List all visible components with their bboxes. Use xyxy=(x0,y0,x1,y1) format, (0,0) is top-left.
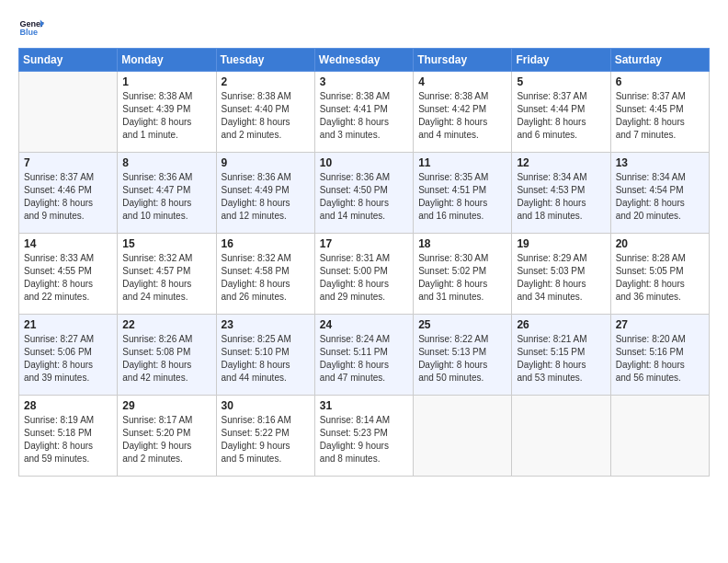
day-cell: 8Sunrise: 8:36 AM Sunset: 4:47 PM Daylig… xyxy=(118,153,216,234)
day-info: Sunrise: 8:32 AM Sunset: 4:58 PM Dayligh… xyxy=(222,252,310,304)
day-info: Sunrise: 8:36 AM Sunset: 4:49 PM Dayligh… xyxy=(222,171,310,223)
header-cell-wednesday: Wednesday xyxy=(314,49,413,72)
day-info: Sunrise: 8:38 AM Sunset: 4:40 PM Dayligh… xyxy=(222,90,310,142)
day-info: Sunrise: 8:24 AM Sunset: 5:11 PM Dayligh… xyxy=(320,333,408,385)
day-number: 13 xyxy=(616,156,704,169)
day-number: 1 xyxy=(122,75,210,88)
day-number: 21 xyxy=(24,318,112,331)
day-info: Sunrise: 8:38 AM Sunset: 4:41 PM Dayligh… xyxy=(320,90,408,142)
day-cell: 16Sunrise: 8:32 AM Sunset: 4:58 PM Dayli… xyxy=(216,234,314,315)
day-info: Sunrise: 8:34 AM Sunset: 4:53 PM Dayligh… xyxy=(517,171,605,223)
day-cell: 13Sunrise: 8:34 AM Sunset: 4:54 PM Dayli… xyxy=(610,153,709,234)
day-number: 28 xyxy=(24,399,112,412)
header-cell-monday: Monday xyxy=(118,49,216,72)
day-info: Sunrise: 8:29 AM Sunset: 5:03 PM Dayligh… xyxy=(517,252,605,304)
day-cell xyxy=(414,396,512,477)
day-cell: 10Sunrise: 8:36 AM Sunset: 4:50 PM Dayli… xyxy=(314,153,413,234)
day-info: Sunrise: 8:22 AM Sunset: 5:13 PM Dayligh… xyxy=(418,333,506,385)
day-cell: 20Sunrise: 8:28 AM Sunset: 5:05 PM Dayli… xyxy=(610,234,709,315)
day-cell: 17Sunrise: 8:31 AM Sunset: 5:00 PM Dayli… xyxy=(314,234,413,315)
day-info: Sunrise: 8:34 AM Sunset: 4:54 PM Dayligh… xyxy=(616,171,704,223)
day-number: 12 xyxy=(517,156,605,169)
day-info: Sunrise: 8:21 AM Sunset: 5:15 PM Dayligh… xyxy=(517,333,605,385)
day-cell xyxy=(512,396,610,477)
day-number: 30 xyxy=(222,399,310,412)
day-number: 15 xyxy=(122,237,210,250)
day-number: 18 xyxy=(418,237,506,250)
day-number: 22 xyxy=(122,318,210,331)
calendar-table: SundayMondayTuesdayWednesdayThursdayFrid… xyxy=(18,48,710,477)
svg-text:Blue: Blue xyxy=(19,28,38,37)
day-number: 7 xyxy=(24,156,112,169)
day-number: 5 xyxy=(517,75,605,88)
day-info: Sunrise: 8:28 AM Sunset: 5:05 PM Dayligh… xyxy=(616,252,704,304)
day-cell: 27Sunrise: 8:20 AM Sunset: 5:16 PM Dayli… xyxy=(610,315,709,396)
day-cell: 15Sunrise: 8:32 AM Sunset: 4:57 PM Dayli… xyxy=(118,234,216,315)
day-cell: 25Sunrise: 8:22 AM Sunset: 5:13 PM Dayli… xyxy=(414,315,512,396)
day-info: Sunrise: 8:25 AM Sunset: 5:10 PM Dayligh… xyxy=(222,333,310,385)
day-cell: 21Sunrise: 8:27 AM Sunset: 5:06 PM Dayli… xyxy=(19,315,118,396)
day-cell: 26Sunrise: 8:21 AM Sunset: 5:15 PM Dayli… xyxy=(512,315,610,396)
header-cell-saturday: Saturday xyxy=(610,49,709,72)
week-row-3: 14Sunrise: 8:33 AM Sunset: 4:55 PM Dayli… xyxy=(19,234,710,315)
day-info: Sunrise: 8:30 AM Sunset: 5:02 PM Dayligh… xyxy=(418,252,506,304)
day-cell: 3Sunrise: 8:38 AM Sunset: 4:41 PM Daylig… xyxy=(314,72,413,153)
header-cell-tuesday: Tuesday xyxy=(216,49,314,72)
day-info: Sunrise: 8:26 AM Sunset: 5:08 PM Dayligh… xyxy=(122,333,210,385)
page-container: General Blue SundayMondayTuesdayWednesda… xyxy=(0,0,728,486)
day-cell: 5Sunrise: 8:37 AM Sunset: 4:44 PM Daylig… xyxy=(512,72,610,153)
day-number: 23 xyxy=(222,318,310,331)
week-row-1: 1Sunrise: 8:38 AM Sunset: 4:39 PM Daylig… xyxy=(19,72,710,153)
logo: General Blue xyxy=(18,15,48,40)
day-number: 9 xyxy=(222,156,310,169)
day-info: Sunrise: 8:14 AM Sunset: 5:23 PM Dayligh… xyxy=(320,414,408,465)
day-info: Sunrise: 8:35 AM Sunset: 4:51 PM Dayligh… xyxy=(418,171,506,223)
week-row-4: 21Sunrise: 8:27 AM Sunset: 5:06 PM Dayli… xyxy=(19,315,710,396)
day-number: 31 xyxy=(320,399,408,412)
day-info: Sunrise: 8:37 AM Sunset: 4:46 PM Dayligh… xyxy=(24,171,112,223)
day-cell: 29Sunrise: 8:17 AM Sunset: 5:20 PM Dayli… xyxy=(118,396,216,477)
day-info: Sunrise: 8:16 AM Sunset: 5:22 PM Dayligh… xyxy=(222,414,310,465)
day-info: Sunrise: 8:37 AM Sunset: 4:44 PM Dayligh… xyxy=(517,90,605,142)
day-cell xyxy=(610,396,709,477)
day-cell: 4Sunrise: 8:38 AM Sunset: 4:42 PM Daylig… xyxy=(414,72,512,153)
day-cell: 24Sunrise: 8:24 AM Sunset: 5:11 PM Dayli… xyxy=(314,315,413,396)
day-cell: 28Sunrise: 8:19 AM Sunset: 5:18 PM Dayli… xyxy=(19,396,118,477)
day-number: 29 xyxy=(122,399,210,412)
day-info: Sunrise: 8:33 AM Sunset: 4:55 PM Dayligh… xyxy=(24,252,112,304)
day-info: Sunrise: 8:38 AM Sunset: 4:39 PM Dayligh… xyxy=(122,90,210,142)
day-info: Sunrise: 8:27 AM Sunset: 5:06 PM Dayligh… xyxy=(24,333,112,385)
day-info: Sunrise: 8:36 AM Sunset: 4:47 PM Dayligh… xyxy=(122,171,210,223)
day-number: 4 xyxy=(418,75,506,88)
day-cell: 12Sunrise: 8:34 AM Sunset: 4:53 PM Dayli… xyxy=(512,153,610,234)
day-cell xyxy=(19,72,118,153)
day-info: Sunrise: 8:19 AM Sunset: 5:18 PM Dayligh… xyxy=(24,414,112,465)
day-number: 2 xyxy=(222,75,310,88)
day-number: 6 xyxy=(616,75,704,88)
day-cell: 22Sunrise: 8:26 AM Sunset: 5:08 PM Dayli… xyxy=(118,315,216,396)
day-cell: 7Sunrise: 8:37 AM Sunset: 4:46 PM Daylig… xyxy=(19,153,118,234)
day-number: 8 xyxy=(122,156,210,169)
day-number: 17 xyxy=(320,237,408,250)
day-number: 16 xyxy=(222,237,310,250)
logo-icon: General Blue xyxy=(18,15,44,40)
day-cell: 31Sunrise: 8:14 AM Sunset: 5:23 PM Dayli… xyxy=(314,396,413,477)
day-number: 3 xyxy=(320,75,408,88)
day-number: 14 xyxy=(24,237,112,250)
day-cell: 1Sunrise: 8:38 AM Sunset: 4:39 PM Daylig… xyxy=(118,72,216,153)
day-cell: 19Sunrise: 8:29 AM Sunset: 5:03 PM Dayli… xyxy=(512,234,610,315)
day-number: 26 xyxy=(517,318,605,331)
header-cell-sunday: Sunday xyxy=(19,49,118,72)
day-info: Sunrise: 8:32 AM Sunset: 4:57 PM Dayligh… xyxy=(122,252,210,304)
day-cell: 23Sunrise: 8:25 AM Sunset: 5:10 PM Dayli… xyxy=(216,315,314,396)
day-number: 11 xyxy=(418,156,506,169)
day-info: Sunrise: 8:36 AM Sunset: 4:50 PM Dayligh… xyxy=(320,171,408,223)
day-cell: 11Sunrise: 8:35 AM Sunset: 4:51 PM Dayli… xyxy=(414,153,512,234)
day-info: Sunrise: 8:31 AM Sunset: 5:00 PM Dayligh… xyxy=(320,252,408,304)
header-cell-friday: Friday xyxy=(512,49,610,72)
day-number: 20 xyxy=(616,237,704,250)
day-cell: 30Sunrise: 8:16 AM Sunset: 5:22 PM Dayli… xyxy=(216,396,314,477)
day-cell: 14Sunrise: 8:33 AM Sunset: 4:55 PM Dayli… xyxy=(19,234,118,315)
header-cell-thursday: Thursday xyxy=(414,49,512,72)
day-info: Sunrise: 8:37 AM Sunset: 4:45 PM Dayligh… xyxy=(616,90,704,142)
